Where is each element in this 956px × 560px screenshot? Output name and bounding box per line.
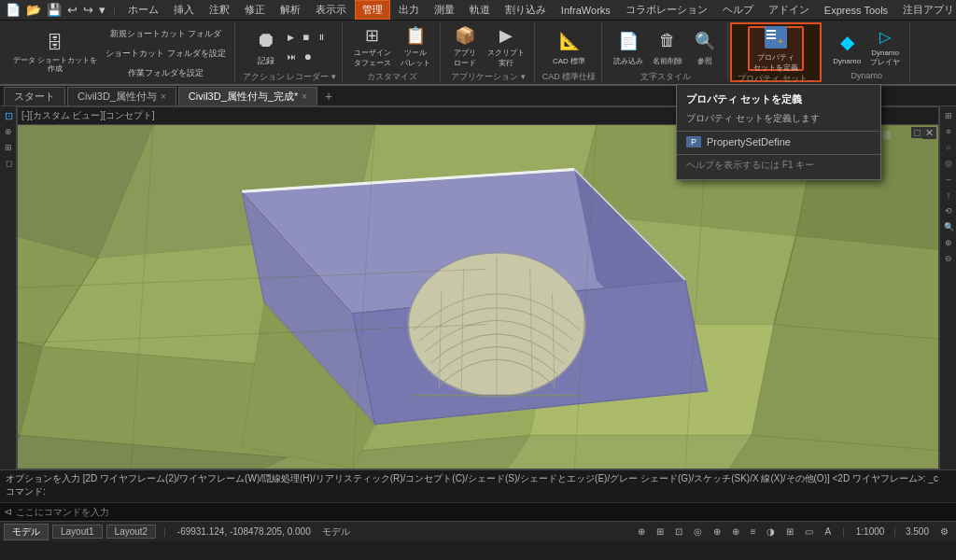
doc-tab-start[interactable]: スタート	[4, 87, 65, 105]
qa-open[interactable]: 📂	[24, 3, 43, 17]
ribbon-btn-define-property-set[interactable]: + プロパティセットを定義	[748, 26, 804, 71]
tool-palette-icon: 📋	[402, 25, 429, 46]
rt-btn-1[interactable]: ⊞	[941, 108, 956, 123]
menu-survey[interactable]: 測量	[428, 1, 461, 19]
qa-redo[interactable]: ↪	[81, 3, 95, 17]
status-mode[interactable]: モデル	[318, 525, 354, 539]
status-lineweight[interactable]: ≡	[747, 526, 760, 537]
qa-dropdown[interactable]: ▾	[97, 3, 107, 17]
ribbon-btn-script-run[interactable]: ▶ スクリプト実行	[484, 24, 528, 69]
status-anno[interactable]: A	[821, 526, 835, 537]
status-tab-layout2[interactable]: Layout2	[106, 525, 157, 539]
menu-collab[interactable]: コラボレーション	[619, 1, 714, 19]
menu-modify[interactable]: 修正	[238, 1, 272, 19]
rt-btn-8[interactable]: 🔍	[941, 219, 956, 234]
status-linewidth[interactable]: ▭	[801, 526, 817, 537]
status-scale[interactable]: 1:1000	[852, 526, 889, 537]
menu-track[interactable]: 軌道	[463, 1, 497, 19]
ui-icon: ⊞	[359, 25, 386, 46]
ribbon-btn-create-shortcut[interactable]: 🗄 データ ショートカットを作成	[9, 31, 101, 76]
menu-insert[interactable]: 挿入	[167, 1, 201, 19]
status-coords[interactable]: -69931.124, -108478.205, 0.000	[174, 526, 315, 537]
status-transparency[interactable]: ◑	[763, 526, 779, 537]
command-line2: コマンド:	[6, 485, 950, 498]
ribbon-btn-dynamo[interactable]: ◆ Dynamo	[829, 24, 865, 69]
doc-tab-add[interactable]: +	[319, 87, 338, 105]
status-scale2[interactable]: 3.500	[902, 526, 933, 537]
ribbon-btn-cad-std[interactable]: 📐 CAD 標準	[549, 24, 589, 69]
menu-interrupt[interactable]: 割り込み	[499, 1, 553, 19]
ribbon-btn-reference[interactable]: 🔍 参照	[688, 24, 722, 69]
menu-output[interactable]: 出力	[392, 1, 426, 19]
ribbon-btn-pause[interactable]: ⏸	[315, 28, 329, 47]
ribbon-btn-skip[interactable]: ⏭	[285, 48, 299, 66]
rt-btn-4[interactable]: ◎	[941, 156, 956, 171]
view-ctrl-2[interactable]: ⊞	[1, 140, 16, 155]
ribbon-btn-new-shortcut-folder[interactable]: 新規ショートカット フォルダ	[103, 24, 229, 43]
cad-std-icon: 📐	[556, 28, 583, 54]
menu-annotation[interactable]: 注釈	[203, 1, 236, 19]
command-area: オプションを入力 [2D ワイヤフレーム(2)/ワイヤフレーム(W)/隠線処理(…	[0, 469, 956, 521]
qa-new[interactable]: 📄	[4, 3, 22, 17]
ribbon-btn-play[interactable]: ▶	[285, 28, 297, 47]
rt-btn-3[interactable]: ○	[941, 140, 956, 155]
ribbon-btn-ui[interactable]: ⊞ ユーザインタフェース	[350, 24, 395, 69]
ribbon-group-cad-standards: 📐 CAD 標準 CAD 標準仕様	[537, 22, 603, 82]
left-toolbar: ⊡ ⊕ ⊞ ◻	[0, 106, 17, 469]
menu-infraworks[interactable]: InfraWorks	[555, 3, 617, 18]
ribbon-group-application: 📦 アプリロード ▶ スクリプト実行 アプリケーション ▾	[443, 22, 535, 82]
menu-analyze[interactable]: 解析	[274, 1, 307, 19]
rt-btn-2[interactable]: ≡	[941, 124, 956, 139]
ribbon-btn-record[interactable]: ⏺ 記録	[249, 24, 283, 69]
ribbon-btn-load-text[interactable]: 📄 読み込み	[610, 24, 647, 69]
status-tab-model[interactable]: モデル	[4, 524, 49, 540]
ribbon-btn-record2[interactable]: ⏺	[301, 48, 315, 66]
ribbon-group-label-recorder: アクション レコーダー ▾	[243, 69, 336, 83]
viewport-close-btn[interactable]: ✕	[922, 127, 936, 139]
dropdown-item-property-set-define[interactable]: P PropertySetDefine	[677, 132, 880, 152]
status-otrack[interactable]: ⊕	[728, 526, 743, 537]
status-ortho[interactable]: ⊡	[671, 526, 686, 537]
menu-view[interactable]: 表示示	[309, 1, 353, 19]
rt-btn-5[interactable]: ↔	[941, 172, 956, 187]
menu-featured[interactable]: 注目アプリ	[896, 1, 956, 19]
ribbon-btn-set-work-folder[interactable]: 作業フォルダを設定	[103, 63, 229, 82]
menu-manage[interactable]: 管理	[355, 0, 390, 20]
ribbon-btn-app-load[interactable]: 📦 アプリロード	[448, 24, 482, 69]
status-polar[interactable]: ◎	[690, 526, 706, 537]
status-settings[interactable]: ⚙	[936, 526, 952, 537]
doc-tab-civil2[interactable]: Civil3D_属性付与_完成* ×	[178, 87, 317, 105]
svg-rect-2	[766, 34, 776, 35]
status-dynin[interactable]: ⊞	[782, 526, 797, 537]
view-ctrl-3[interactable]: ◻	[1, 156, 16, 171]
doc-tab-civil1[interactable]: Civil3D_属性付与 ×	[67, 87, 176, 105]
menu-express[interactable]: Express Tools	[818, 3, 894, 18]
status-osnap[interactable]: ⊕	[710, 526, 724, 537]
rt-btn-7[interactable]: ⟲	[941, 203, 956, 218]
ribbon-btn-set-shortcut-folder[interactable]: ショートカット フォルダを設定	[103, 44, 229, 63]
status-snap[interactable]: ⊕	[634, 526, 649, 537]
qa-save[interactable]: 💾	[45, 3, 63, 17]
menu-addin[interactable]: アドイン	[762, 1, 816, 19]
rt-btn-9[interactable]: ⊕	[941, 235, 956, 250]
status-tab-layout1[interactable]: Layout1	[52, 525, 103, 539]
model-cube-btn[interactable]: ⊡	[1, 108, 16, 123]
doc-tab-close-civil1[interactable]: ×	[161, 91, 166, 102]
svg-rect-1	[766, 30, 776, 32]
view-ctrl-1[interactable]: ⊕	[1, 124, 16, 139]
doc-tab-close-civil2[interactable]: ×	[302, 91, 307, 102]
ribbon-btn-dynamo-player[interactable]: ▷ Dynamoプレイヤ	[866, 24, 904, 69]
ribbon-btn-tool-palette[interactable]: 📋 ツールパレット	[397, 24, 434, 69]
ribbon-btn-stop[interactable]: ⏹	[299, 28, 313, 47]
menubar: 📄 📂 💾 ↩ ↪ ▾ | ホーム 挿入 注釈 修正 解析 表示示 管理 出力 …	[0, 0, 956, 21]
status-grid[interactable]: ⊞	[653, 526, 668, 537]
command-input[interactable]	[113, 507, 952, 517]
rt-btn-10[interactable]: ⊖	[941, 251, 956, 266]
rt-btn-6[interactable]: ↕	[941, 188, 956, 203]
reference-icon: 🔍	[692, 28, 718, 54]
qa-undo[interactable]: ↩	[65, 3, 79, 17]
ribbon-btn-delete-name[interactable]: 🗑 名前削除	[649, 24, 686, 69]
viewport-max-btn[interactable]: □	[911, 127, 923, 138]
menu-help[interactable]: ヘルプ	[716, 1, 760, 19]
menu-home[interactable]: ホーム	[121, 1, 165, 19]
